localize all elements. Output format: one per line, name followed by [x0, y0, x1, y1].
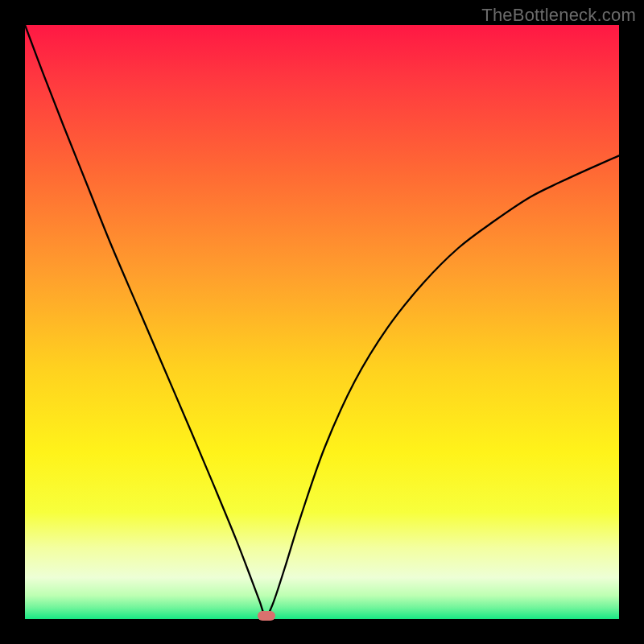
watermark-text: TheBottleneck.com	[481, 5, 636, 26]
curve-layer	[25, 25, 619, 619]
chart-frame: TheBottleneck.com	[0, 0, 644, 644]
bottleneck-curve	[25, 25, 619, 616]
minimum-marker	[258, 611, 275, 621]
plot-area	[25, 25, 619, 619]
